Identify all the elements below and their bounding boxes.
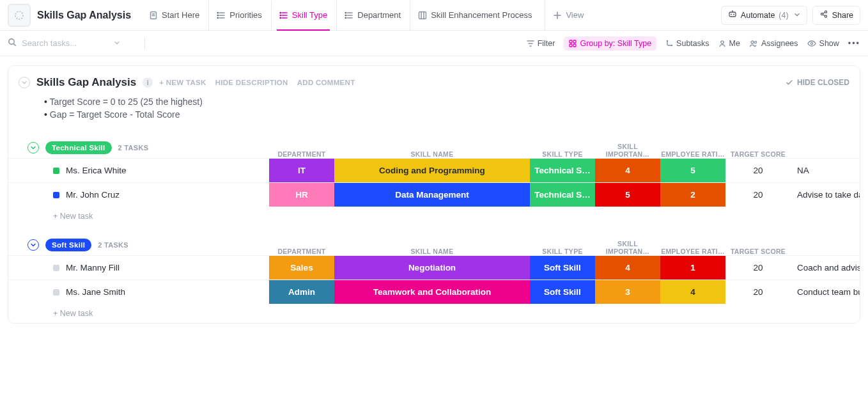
data-cell[interactable]: Admin: [269, 280, 334, 304]
column-header[interactable]: SKILL TYPE: [530, 248, 595, 255]
task-name: Ms. Erica White: [66, 166, 127, 175]
note-cell[interactable]: Coach and advise to take: [791, 256, 860, 280]
data-cell[interactable]: Soft Skill: [530, 280, 595, 304]
data-cell[interactable]: 5: [660, 159, 725, 182]
data-cell[interactable]: HR: [269, 183, 334, 207]
column-header[interactable]: EMPLOYEE RATI…: [660, 150, 725, 158]
search-box[interactable]: [8, 38, 136, 49]
info-icon[interactable]: i: [143, 77, 153, 88]
data-cell[interactable]: Coding and Programming: [334, 159, 530, 182]
svg-point-23: [667, 40, 669, 42]
svg-point-10: [345, 17, 346, 19]
data-cell[interactable]: 4: [660, 280, 725, 304]
column-header[interactable]: EMPLOYEE RATI…: [660, 248, 725, 255]
target-score-cell[interactable]: 20: [725, 280, 791, 304]
column-header[interactable]: SKILL NAME: [334, 150, 530, 158]
more-menu[interactable]: •••: [848, 39, 860, 48]
tab-start-here[interactable]: Start Here: [141, 1, 207, 30]
target-score-cell[interactable]: 20: [725, 256, 791, 280]
filter-chip[interactable]: Filter: [527, 39, 555, 48]
list-card: Skills Gap Analysis i + NEW TASK HIDE DE…: [8, 65, 860, 324]
data-cell[interactable]: IT: [269, 159, 334, 182]
groupby-chip[interactable]: Group by: Skill Type: [564, 36, 656, 51]
board-icon: [418, 11, 427, 20]
tab-label: Start Here: [162, 10, 199, 20]
data-cell[interactable]: Negotiation: [334, 256, 530, 280]
target-score-cell[interactable]: 20: [725, 183, 791, 207]
data-cell[interactable]: 5: [595, 183, 660, 207]
topbar-right: Automate (4) Share: [721, 6, 860, 25]
data-cell[interactable]: 4: [595, 159, 660, 182]
group-pill[interactable]: Technical Skill: [45, 141, 112, 154]
me-chip[interactable]: Me: [718, 39, 740, 48]
table-row[interactable]: Ms. Jane SmithAdminTeamwork and Collabor…: [8, 280, 860, 304]
title-block: Skills Gap Analysis: [8, 4, 131, 27]
status-square-icon[interactable]: [53, 192, 59, 198]
data-cell[interactable]: Soft Skill: [530, 256, 595, 280]
search-input[interactable]: [20, 38, 110, 49]
tab-skill-type[interactable]: Skill Type: [271, 1, 335, 30]
subbar: Filter Group by: Skill Type Subtasks Me …: [0, 31, 868, 56]
status-square-icon[interactable]: [53, 168, 59, 174]
data-cell[interactable]: Technical S…: [530, 183, 595, 207]
collapse-toggle[interactable]: [19, 77, 30, 88]
column-header[interactable]: TARGET SCORE: [725, 248, 791, 255]
hide-description-button[interactable]: HIDE DESCRIPTION: [215, 79, 288, 86]
table-row[interactable]: Ms. Erica WhiteITCoding and ProgrammingT…: [8, 158, 860, 182]
group-count: 2 TASKS: [118, 144, 149, 152]
tab-skill-enhancement-process[interactable]: Skill Enhancement Process: [410, 1, 539, 30]
column-header[interactable]: SKILL IMPORTAN…: [595, 240, 660, 255]
note-cell[interactable]: Advise to take data mana: [791, 183, 860, 207]
group-pill[interactable]: Soft Skill: [45, 239, 91, 251]
group-collapse[interactable]: [27, 239, 39, 251]
automate-button[interactable]: Automate (4): [721, 6, 807, 25]
svg-point-27: [754, 41, 756, 43]
description-line: Target Score = 0 to 25 (25 the highest): [44, 97, 849, 107]
target-score-cell[interactable]: 20: [725, 159, 791, 182]
group-collapse[interactable]: [27, 142, 39, 154]
new-task-row[interactable]: + New task: [8, 207, 860, 226]
data-cell[interactable]: 4: [595, 256, 660, 280]
new-task-button[interactable]: + NEW TASK: [159, 79, 206, 86]
data-cell[interactable]: Technical S…: [530, 159, 595, 182]
tab-label: Priorities: [229, 10, 262, 20]
data-cell[interactable]: Sales: [269, 256, 334, 280]
table-row[interactable]: Mr. Manny FillSalesNegotiationSoft Skill…: [8, 255, 860, 280]
list-header: Skills Gap Analysis i + NEW TASK HIDE DE…: [8, 66, 860, 93]
note-cell[interactable]: Conduct team building ac: [791, 280, 860, 304]
add-comment-button[interactable]: ADD COMMENT: [297, 79, 355, 86]
board: Skills Gap Analysis i + NEW TASK HIDE DE…: [0, 65, 868, 338]
me-label: Me: [729, 39, 740, 48]
data-cell[interactable]: 2: [660, 183, 725, 207]
tab-priorities[interactable]: Priorities: [208, 1, 270, 30]
new-task-row[interactable]: + New task: [8, 304, 860, 323]
assignees-chip[interactable]: Assignees: [749, 39, 798, 48]
show-chip[interactable]: Show: [807, 39, 839, 48]
column-header[interactable]: SKILL TYPE: [530, 150, 595, 158]
page-title: Skills Gap Analysis: [37, 10, 131, 21]
add-view-button[interactable]: View: [545, 1, 591, 30]
tab-department[interactable]: Department: [336, 1, 408, 30]
automate-label: Automate: [741, 11, 775, 20]
share-label: Share: [832, 11, 853, 20]
subtasks-chip[interactable]: Subtasks: [665, 39, 709, 48]
share-button[interactable]: Share: [812, 6, 860, 25]
status-square-icon[interactable]: [53, 289, 59, 296]
table-row[interactable]: Mr. John CruzHRData ManagementTechnical …: [8, 182, 860, 207]
status-square-icon[interactable]: [53, 265, 59, 271]
data-cell[interactable]: Teamwork and Collaboration: [334, 280, 530, 304]
svg-point-9: [345, 15, 346, 16]
svg-rect-20: [573, 40, 576, 43]
column-header[interactable]: TARGET SCORE: [725, 150, 791, 158]
data-cell[interactable]: 3: [595, 280, 660, 304]
column-header[interactable]: SKILL NAME: [334, 248, 530, 255]
svg-rect-21: [570, 44, 572, 47]
data-cell[interactable]: Data Management: [334, 183, 530, 207]
svg-point-5: [280, 12, 281, 13]
note-cell[interactable]: NA: [791, 159, 860, 182]
hide-closed-toggle[interactable]: HIDE CLOSED: [786, 78, 849, 87]
column-header[interactable]: DEPARTMENT: [269, 248, 334, 255]
data-cell[interactable]: 1: [660, 256, 725, 280]
column-header[interactable]: DEPARTMENT: [269, 150, 334, 158]
column-header[interactable]: SKILL IMPORTAN…: [595, 143, 660, 158]
